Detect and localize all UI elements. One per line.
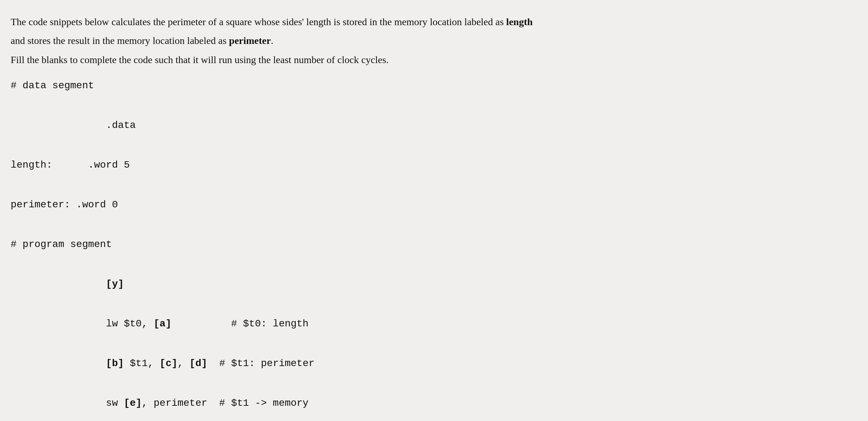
code-perimeter-word: perimeter: .word 0 (11, 195, 857, 215)
code-blank-1 (11, 96, 857, 116)
code-lw-line: lw $t0, [a] # $t0: length (11, 314, 857, 334)
code-blank-8 (11, 374, 857, 393)
code-comment-data: # data segment (11, 76, 857, 96)
description: The code snippets below calculates the p… (11, 14, 857, 67)
code-blank-4 (11, 215, 857, 235)
bracket-a-bold: [a] (154, 318, 171, 329)
bracket-e-bold: [e] (124, 398, 141, 409)
bracket-b-bold: [b] (106, 358, 124, 369)
code-bracket-y: [y] (11, 274, 857, 294)
code-comment-program: # program segment (11, 235, 857, 254)
code-length-word: length: .word 5 (11, 155, 857, 175)
code-blank-6 (11, 294, 857, 314)
description-line3: Fill the blanks to complete the code suc… (11, 52, 857, 67)
bracket-y-bold: [y] (106, 279, 124, 290)
bracket-c-bold: [c] (160, 358, 177, 369)
code-block: # data segment .data length: .word 5 per… (11, 76, 857, 421)
bracket-d-bold: [d] (189, 358, 207, 369)
description-length-bold: length (506, 16, 533, 27)
description-line1: The code snippets below calculates the p… (11, 14, 857, 29)
code-dot-data: .data (11, 116, 857, 135)
description-line1-text: The code snippets below calculates the p… (11, 16, 506, 27)
description-line2-text: and stores the result in the memory loca… (11, 35, 229, 46)
description-line2-end: . (271, 35, 273, 46)
code-b-line: [b] $t1, [c], [d] # $t1: perimeter (11, 354, 857, 374)
code-blank-7 (11, 334, 857, 354)
code-blank-3 (11, 175, 857, 195)
description-perimeter-bold: perimeter (229, 35, 271, 46)
code-blank-5 (11, 254, 857, 274)
code-blank-9 (11, 413, 857, 421)
code-blank-2 (11, 135, 857, 155)
code-sw-line: sw [e], perimeter # $t1 -> memory (11, 393, 857, 413)
description-line2: and stores the result in the memory loca… (11, 33, 857, 48)
